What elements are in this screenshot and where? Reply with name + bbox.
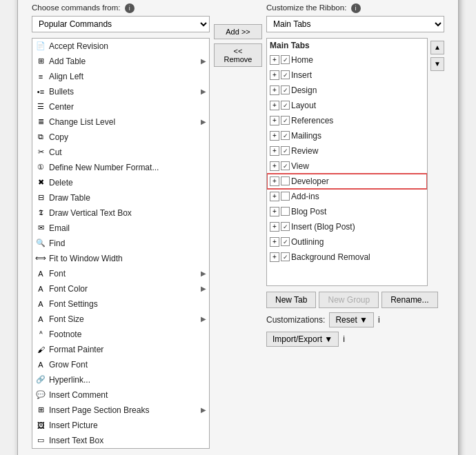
tree-checkbox[interactable] [281, 101, 290, 110]
right-dropdown[interactable]: Main Tabs Tool Tabs All Tabs [266, 16, 444, 32]
list-item[interactable]: AFont▶ [32, 266, 209, 281]
tree-checkbox[interactable] [281, 237, 290, 246]
tree-checkbox[interactable] [281, 222, 290, 231]
list-item[interactable]: ⊟Draw Table [32, 190, 209, 205]
list-item[interactable]: •≡Bullets▶ [32, 84, 209, 99]
list-item[interactable]: ⊞Add Table▶ [32, 54, 209, 69]
tree-expand-btn[interactable]: + [270, 55, 279, 65]
tree-checkbox[interactable] [281, 146, 290, 155]
tree-checkbox[interactable] [281, 55, 290, 64]
new-tab-btn[interactable]: New Tab [266, 292, 316, 308]
list-item[interactable]: ≡Align Left [32, 69, 209, 84]
tree-item[interactable]: +Developer [267, 174, 427, 189]
import-export-btn[interactable]: Import/Export ▼ [266, 332, 339, 347]
tree-expand-btn[interactable]: + [270, 192, 279, 201]
reset-btn[interactable]: Reset ▼ [329, 312, 374, 327]
list-item[interactable]: 🔗Hyperlink... [32, 372, 209, 387]
tree-expand-btn[interactable]: + [270, 252, 279, 262]
tree-item[interactable]: +Review [267, 143, 427, 159]
fontsize-icon: A [35, 314, 46, 325]
tree-expand-btn[interactable]: + [270, 116, 279, 125]
tree-item[interactable]: +Insert [267, 68, 427, 83]
tree-item[interactable]: +Add-ins [267, 189, 427, 204]
tree-expand-btn[interactable]: + [270, 237, 279, 247]
list-item-arrow: ▶ [201, 118, 206, 125]
list-item[interactable]: ⊞Insert Page Section Breaks▶ [32, 403, 209, 418]
tree-checkbox[interactable] [281, 70, 290, 79]
tree-expand-btn[interactable]: + [270, 146, 279, 156]
commands-list[interactable]: 📄Accept Revision⊞Add Table▶≡Align Left•≡… [32, 38, 210, 449]
scroll-up-btn[interactable]: ▲ [430, 41, 444, 54]
list-item[interactable]: AFont Settings [32, 296, 209, 312]
reset-info-icon[interactable]: i [378, 315, 380, 325]
left-dropdown[interactable]: Popular Commands All Commands Commands N… [32, 16, 210, 32]
tree-item[interactable]: +Outlining [267, 234, 427, 250]
tree-expand-btn[interactable]: + [270, 131, 279, 141]
tree-item[interactable]: +Background Removal [267, 250, 427, 265]
list-item[interactable]: 𝕿Draw Vertical Text Box [32, 205, 209, 221]
list-item[interactable]: ⟺Fit to Window Width [32, 251, 209, 266]
tree-item[interactable]: +Mailings [267, 128, 427, 143]
tree-item-label: View [291, 161, 309, 171]
tree-expand-btn[interactable]: + [270, 70, 279, 80]
scroll-down-btn[interactable]: ▼ [430, 57, 444, 71]
tree-item[interactable]: +Design [267, 83, 427, 98]
new-group-btn[interactable]: New Group [319, 292, 379, 308]
list-item-text: Font [49, 269, 66, 279]
tree-checkbox[interactable] [281, 131, 290, 140]
list-item[interactable]: ✉Email [32, 221, 209, 236]
tree-item-label: Insert [291, 70, 312, 80]
list-item-text: Copy [49, 132, 68, 142]
list-item[interactable]: AGrow Font [32, 357, 209, 372]
right-info-icon[interactable]: i [351, 3, 361, 13]
tree-item-label: Home [291, 55, 313, 65]
tree-expand-btn[interactable]: + [270, 222, 279, 232]
tree-item-label: Blog Post [291, 207, 326, 216]
list-item-text: Cut [49, 148, 62, 157]
tree-item[interactable]: +Blog Post [267, 204, 427, 219]
tree-item[interactable]: +References [267, 113, 427, 128]
tree-expand-btn[interactable]: + [270, 176, 279, 186]
list-item-text: Font Settings [49, 299, 98, 309]
tree-checkbox[interactable] [281, 252, 290, 261]
remove-button[interactable]: << Remove [214, 43, 262, 67]
tree-checkbox[interactable] [281, 85, 290, 94]
panels-row: Choose commands from: i Popular Commands… [32, 3, 444, 449]
tree-expand-btn[interactable]: + [270, 207, 279, 216]
tree-checkbox[interactable] [281, 207, 290, 216]
list-item[interactable]: ≣Change List Level▶ [32, 114, 209, 130]
list-item[interactable]: ✖Delete [32, 175, 209, 190]
list-item[interactable]: 💬Insert Comment [32, 387, 209, 403]
list-item[interactable]: ᴬFootnote [32, 327, 209, 342]
draw-vtext-icon: 𝕿 [35, 208, 46, 219]
tree-expand-btn[interactable]: + [270, 161, 279, 171]
tree-item[interactable]: +View [267, 159, 427, 174]
list-item[interactable]: 🖼Insert Picture [32, 418, 209, 433]
list-item[interactable]: AFont Color▶ [32, 281, 209, 296]
add-button[interactable]: Add >> [214, 24, 262, 39]
tree-item[interactable]: +Layout [267, 98, 427, 113]
list-item[interactable]: 🖌Format Painter [32, 342, 209, 357]
del-icon: ✖ [35, 177, 46, 188]
ribbon-tree[interactable]: Main Tabs +Home+Insert+Design+Layout+Ref… [266, 38, 428, 286]
pagebreak-icon: ⊞ [35, 405, 46, 416]
tree-expand-btn[interactable]: + [270, 101, 279, 110]
tree-checkbox[interactable] [281, 116, 290, 125]
tree-item[interactable]: +Home [267, 52, 427, 68]
list-item[interactable]: 📄Accept Revision [32, 39, 209, 54]
list-item[interactable]: AFont Size▶ [32, 312, 209, 327]
list-item[interactable]: ☰Center [32, 99, 209, 114]
list-item[interactable]: ▭Insert Text Box [32, 433, 209, 448]
tree-expand-btn[interactable]: + [270, 85, 279, 95]
list-item[interactable]: ①Define New Number Format... [32, 160, 209, 175]
list-item[interactable]: 🔍Find [32, 236, 209, 251]
tree-checkbox[interactable] [281, 192, 290, 201]
left-info-icon[interactable]: i [125, 3, 135, 13]
tree-checkbox[interactable] [281, 161, 290, 170]
rename-btn[interactable]: Rename... [381, 292, 437, 308]
import-export-info-icon[interactable]: i [343, 334, 345, 344]
list-item[interactable]: ✂Cut [32, 145, 209, 160]
tree-item[interactable]: +Insert (Blog Post) [267, 219, 427, 234]
list-item[interactable]: ⧉Copy [32, 130, 209, 145]
tree-checkbox[interactable] [281, 176, 290, 185]
